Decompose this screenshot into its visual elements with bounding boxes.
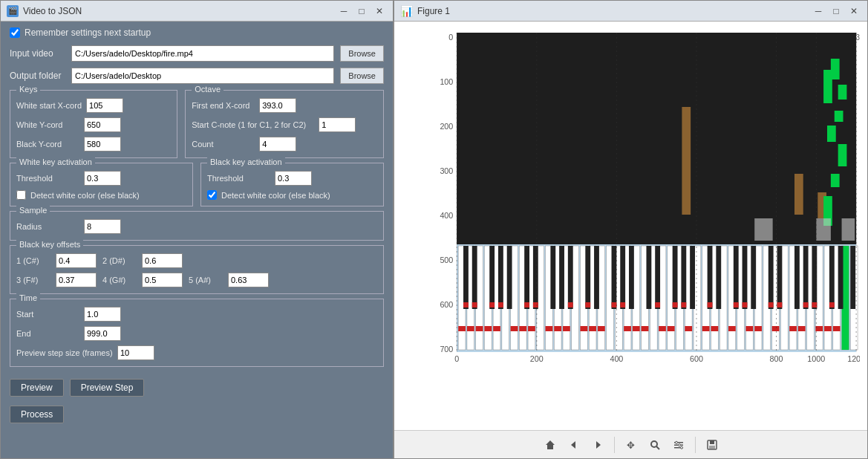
svg-rect-143 <box>833 326 841 331</box>
toolbar-forward-button[interactable] <box>587 434 608 455</box>
toolbar-back-button[interactable] <box>564 434 584 455</box>
chart-area: 0 100 200 300 400 500 600 700 43 <box>394 22 867 430</box>
offset-2-input[interactable] <box>142 253 183 268</box>
svg-rect-92 <box>463 302 469 307</box>
toolbar-settings-button[interactable] <box>668 434 689 455</box>
black-threshold-input[interactable] <box>275 171 312 186</box>
svg-rect-78 <box>690 246 695 309</box>
toolbar-separator-1 <box>614 437 615 453</box>
black-detect-label: Detect white color (else black) <box>221 191 330 200</box>
offset-4-input[interactable] <box>142 273 183 287</box>
white-detect-checkbox[interactable] <box>16 190 26 200</box>
offsets-group: Black key offsets 1 (C#) 2 (D#) 3 (F#) 4… <box>10 245 384 294</box>
preview-button[interactable]: Preview <box>10 379 64 397</box>
black-detect-checkbox[interactable] <box>207 190 217 200</box>
input-video-field[interactable] <box>71 45 334 62</box>
remember-checkbox[interactable] <box>10 27 20 38</box>
svg-text:300: 300 <box>440 166 453 175</box>
maximize-button[interactable]: □ <box>354 4 369 18</box>
count-input[interactable] <box>259 137 296 152</box>
svg-rect-89 <box>829 246 835 309</box>
close-button[interactable]: ✕ <box>372 4 387 18</box>
svg-rect-73 <box>629 246 634 309</box>
svg-rect-79 <box>708 246 713 309</box>
figure-close-button[interactable]: ✕ <box>846 4 861 18</box>
offset-3-input[interactable] <box>56 273 97 287</box>
minimize-button[interactable]: ─ <box>336 4 351 18</box>
app-title: Video to JSON <box>23 6 82 16</box>
time-group: Time Start End Preview step size (frames… <box>10 299 384 367</box>
svg-rect-67 <box>559 246 564 309</box>
svg-rect-132 <box>685 326 692 331</box>
black-ycord-row: Black Y-cord <box>16 137 171 152</box>
radius-label: Radius <box>16 222 79 231</box>
white-ycord-input[interactable] <box>84 117 121 132</box>
white-start-xcord-input[interactable] <box>86 98 123 113</box>
svg-rect-70 <box>594 246 599 309</box>
svg-rect-131 <box>668 326 675 331</box>
svg-text:200: 200 <box>440 122 453 131</box>
svg-rect-77 <box>681 246 686 309</box>
black-ycord-label: Black Y-cord <box>16 140 79 149</box>
white-threshold-label: Threshold <box>16 174 79 183</box>
keys-octave-row: Keys White start X-cord White Y-cord Bla… <box>10 90 384 158</box>
svg-rect-106 <box>734 302 739 307</box>
svg-rect-86 <box>794 246 800 309</box>
white-start-xcord-row: White start X-cord <box>16 98 171 113</box>
toolbar-move-button[interactable]: ✥ <box>621 434 642 455</box>
toolbar-zoom-button[interactable] <box>645 434 665 455</box>
title-bar-left: 🎬 Video to JSON <box>7 5 82 17</box>
svg-rect-66 <box>550 246 555 309</box>
button-row: Preview Preview Step <box>10 374 384 401</box>
figure-minimize-button[interactable]: ─ <box>811 4 826 18</box>
end-label: End <box>16 329 79 338</box>
offset-1-input[interactable] <box>56 253 97 268</box>
svg-rect-91 <box>850 246 855 309</box>
browse-folder-button[interactable]: Browse <box>340 68 384 84</box>
first-end-xcord-row: First end X-cord <box>192 98 377 113</box>
first-end-xcord-input[interactable] <box>259 98 296 113</box>
output-folder-field[interactable] <box>71 68 334 84</box>
browse-video-button[interactable]: Browse <box>340 45 384 62</box>
svg-rect-74 <box>646 246 651 309</box>
start-cnote-input[interactable] <box>319 117 356 132</box>
white-threshold-input[interactable] <box>84 171 121 186</box>
svg-rect-102 <box>655 302 660 307</box>
radius-input[interactable] <box>84 219 121 234</box>
svg-point-176 <box>651 441 657 447</box>
offset-5-label: 5 (A#) <box>189 276 222 284</box>
svg-rect-108 <box>769 302 774 307</box>
preview-step-size-input[interactable] <box>117 345 154 360</box>
svg-rect-120 <box>528 326 535 331</box>
svg-rect-141 <box>815 326 823 331</box>
start-input[interactable] <box>84 307 121 322</box>
svg-rect-72 <box>620 246 625 309</box>
process-button[interactable]: Process <box>10 406 64 423</box>
svg-rect-145 <box>794 174 803 215</box>
offset-4-label: 4 (G#) <box>102 276 136 284</box>
offsets-group-title: Black key offsets <box>16 240 83 249</box>
svg-rect-121 <box>546 326 553 331</box>
toolbar-save-button[interactable] <box>702 434 722 455</box>
svg-rect-122 <box>554 326 561 331</box>
octave-group-title: Octave <box>192 85 223 94</box>
start-cnote-label: Start C-note (1 for C1, 2 for C2) <box>192 120 314 129</box>
svg-rect-139 <box>789 326 797 331</box>
white-activation-title: White key activation <box>16 157 95 166</box>
figure-title-controls: ─ □ ✕ <box>811 4 861 18</box>
time-group-title: Time <box>16 293 40 302</box>
svg-rect-138 <box>772 326 780 331</box>
svg-rect-75 <box>655 246 660 309</box>
right-panel: 📊 Figure 1 ─ □ ✕ 0 100 200 300 400 500 6… <box>394 0 868 459</box>
black-ycord-input[interactable] <box>84 137 121 152</box>
svg-rect-104 <box>681 302 686 307</box>
toolbar-home-button[interactable] <box>540 434 561 455</box>
svg-rect-62 <box>498 246 503 309</box>
first-end-xcord-label: First end X-cord <box>192 101 255 110</box>
preview-step-button[interactable]: Preview Step <box>70 379 145 397</box>
end-input[interactable] <box>84 326 121 341</box>
offset-5-input[interactable] <box>228 273 269 287</box>
figure-maximize-button[interactable]: □ <box>829 4 843 18</box>
offset-2-label: 2 (D#) <box>102 256 136 265</box>
svg-rect-186 <box>709 446 715 449</box>
